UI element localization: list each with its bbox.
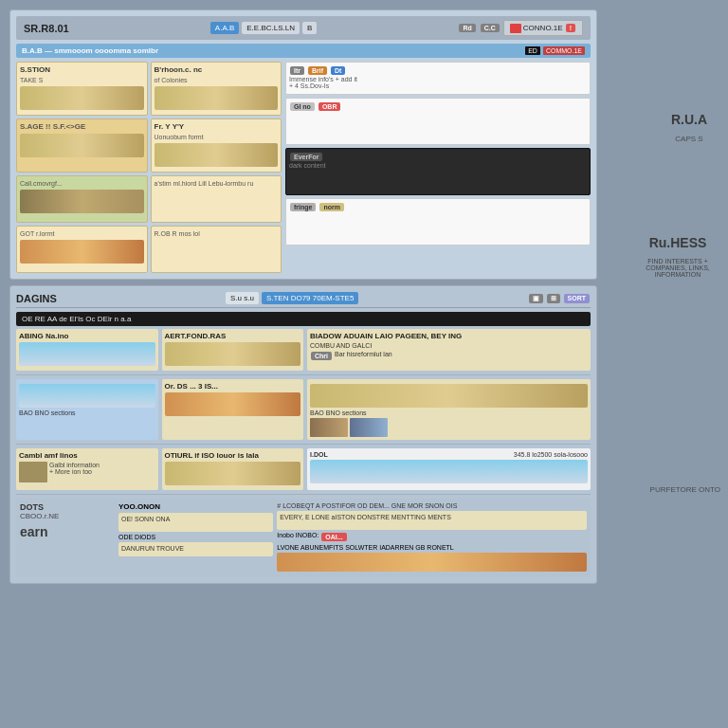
- cell-2-3: BAO BNO sections: [307, 379, 591, 440]
- card-8: R.OB R mos lol: [151, 226, 282, 273]
- badge-cc: C.C: [481, 24, 500, 32]
- bottom-badges: ▣ ⊞ SORT: [528, 293, 591, 304]
- cell-2-1: BAO BNO sections: [16, 379, 158, 440]
- card-1: S.STION TAKE S: [16, 62, 148, 116]
- bottom-nav-1[interactable]: S.u s.u: [226, 292, 259, 304]
- connect-badge: COMMO.1E: [543, 46, 585, 55]
- inline-badges: Chri Bar hisreformlut lan: [310, 351, 588, 361]
- badge-rd: Rd: [459, 24, 475, 32]
- nav-tabs: A.A.B E.E.BC.LS.LN B: [210, 22, 317, 34]
- top-grid: S.STION TAKE S B'rhoon.c. nc of Colonies…: [16, 62, 591, 273]
- nav-item-2[interactable]: E.E.BC.LS.LN: [242, 22, 300, 34]
- card-3: S.AGE !! S.F.<>GE: [16, 118, 148, 173]
- earn-middle: YOO.ONON OE! SONN ONA ODE DIODS DANURUN …: [118, 502, 273, 573]
- badge-row-1: Itr Brif Dt: [289, 65, 587, 76]
- cell-2-2: Or. DS ... 3 IS...: [162, 379, 304, 440]
- app-title: SR.R8.01: [24, 23, 69, 34]
- cell-3-1: Cambl amf linos Galbl information+ More …: [16, 448, 158, 490]
- card-6: a'stim ml.hiord Lill Lebu-lormbu ru: [151, 175, 282, 223]
- strip-2: [155, 86, 279, 110]
- dark-banner: OE RE AA de El'Is Oc DElr n a.a: [16, 312, 591, 326]
- conno-badge: CONNO.1E !: [503, 20, 583, 36]
- strip-6: [20, 240, 144, 264]
- yellow-row-1: S.STION TAKE S B'rhoon.c. nc of Colonies: [16, 62, 282, 116]
- earn-grid: DOTS CBOO.r.NE earn YOO.ONON OE! SONN ON…: [20, 502, 587, 573]
- hex-label-1: R.U.A: [658, 106, 720, 133]
- top-badges: Rd C.C CONNO.1E !: [458, 20, 583, 36]
- card-7: GOT r.lormt: [16, 226, 148, 273]
- yellow-row-2: S.AGE !! S.F.<>GE Fr. Y Y'Y Uonuobum for…: [16, 118, 282, 173]
- strip-4: [155, 143, 279, 167]
- dark-badge: ED: [525, 46, 540, 55]
- strip-3: [20, 134, 144, 157]
- bottom-nav-2[interactable]: S.TEN DO79 70EM-STE5: [262, 292, 358, 304]
- cell-3-3: I.DOL 345.8 lo2500 sola-losooo: [307, 448, 591, 490]
- blue-header: B.A.B — smmooom oooomma somlbr ED COMMO.…: [16, 44, 591, 58]
- main-content: SR.R8.01 A.A.B E.E.BC.LS.LN B Rd C.C CON…: [9, 9, 597, 719]
- content-row-3: Cambl amf linos Galbl information+ More …: [16, 448, 591, 495]
- card-4: Fr. Y Y'Y Uonuobum formt: [151, 118, 282, 173]
- right-panel-3: PURFETORE ONTO: [650, 483, 720, 501]
- right-card-1: Itr Brif Dt Immense info's + add it+ 4 S…: [285, 62, 591, 95]
- bottom-title: DAGINS: [16, 293, 57, 304]
- right-card-dark: EverFor dark content: [285, 148, 591, 195]
- cell-3-2: OTIURL if ISO louor is lala: [162, 448, 304, 490]
- cell-1-1: ABING Na.ino: [16, 329, 158, 371]
- right-card-3: fringe norm: [285, 198, 591, 246]
- earn-label: earn: [20, 524, 115, 539]
- top-section: SR.R8.01 A.A.B E.E.BC.LS.LN B Rd C.C CON…: [9, 9, 597, 280]
- right-panel-1: R.U.A CAPS S: [658, 104, 720, 151]
- bottom-header: DAGINS S.u s.u S.TEN DO79 70EM-STE5 ▣ ⊞ …: [16, 292, 591, 308]
- earn-left: DOTS CBOO.r.NE earn: [20, 502, 115, 573]
- right-cards-area: Itr Brif Dt Immense info's + add it+ 4 S…: [285, 62, 591, 273]
- cell-1-2: AERT.FOND.RAS: [162, 329, 304, 371]
- badge-row-3: fringe norm: [289, 202, 587, 212]
- content-row-1: ABING Na.ino AERT.FOND.RAS BIADOW ADUAIN…: [16, 329, 591, 375]
- top-header: SR.R8.01 A.A.B E.E.BC.LS.LN B Rd C.C CON…: [16, 16, 591, 40]
- strip-1: [20, 86, 144, 110]
- card-5: Call.cmovrgf...: [16, 175, 148, 223]
- right-card-2: GI no OBR: [285, 98, 591, 145]
- earn-section: DOTS CBOO.r.NE earn YOO.ONON OE! SONN ON…: [16, 499, 591, 577]
- badge-row-2: GI no OBR: [289, 101, 587, 112]
- hex-label-2: Ru.HESS: [636, 229, 720, 256]
- cell-1-3: BIADOW ADUAIN LAIO PAGEEN, BEY ING COMBU…: [307, 329, 591, 371]
- bottom-nav: S.u s.u S.TEN DO79 70EM-STE5: [226, 292, 358, 304]
- content-row-2: BAO BNO sections Or. DS ... 3 IS... BAO …: [16, 379, 591, 445]
- earn-right: # LCOBEQT A POSTIFOR OD DEM... GNE MOR S…: [277, 502, 587, 573]
- yellow-row-3: Call.cmovrgf... a'stim ml.hiord Lill Leb…: [16, 175, 282, 223]
- yellow-cards-area: S.STION TAKE S B'rhoon.c. nc of Colonies…: [16, 62, 282, 273]
- bottom-section: DAGINS S.u s.u S.TEN DO79 70EM-STE5 ▣ ⊞ …: [9, 285, 597, 584]
- card-2: B'rhoon.c. nc of Colonies: [151, 62, 282, 116]
- nav-item-3[interactable]: B: [302, 22, 317, 34]
- strip-5: [20, 190, 144, 213]
- badge-row-dark: EverFor: [289, 152, 587, 162]
- cell-2-3-img: [310, 418, 588, 437]
- yellow-row-4: GOT r.lormt R.OB R mos lol: [16, 226, 282, 273]
- nav-item-1[interactable]: A.A.B: [210, 22, 239, 34]
- right-panel-2: Ru.HESS FIND INTERESTS + COMPANIES, LINK…: [635, 228, 720, 285]
